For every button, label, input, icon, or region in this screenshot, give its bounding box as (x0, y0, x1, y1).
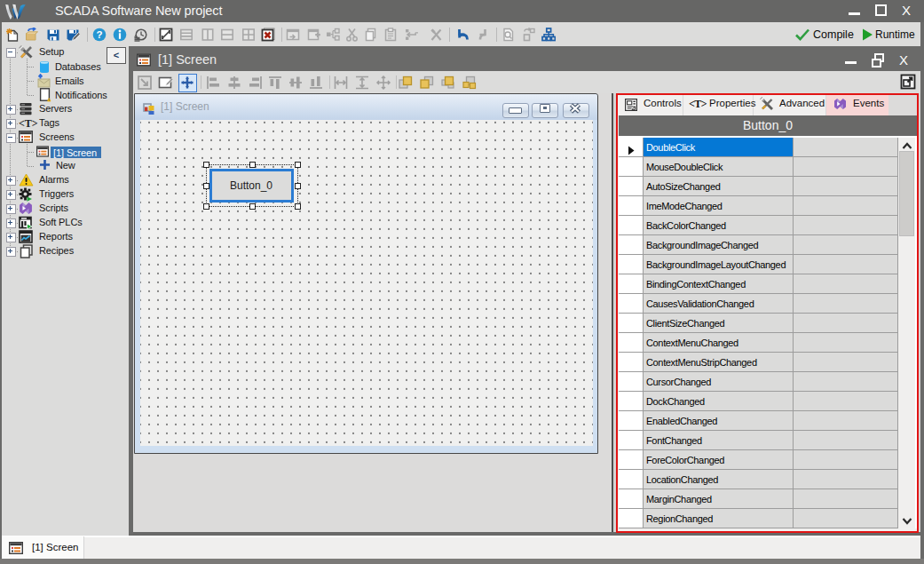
svg-text:?: ? (96, 29, 102, 40)
